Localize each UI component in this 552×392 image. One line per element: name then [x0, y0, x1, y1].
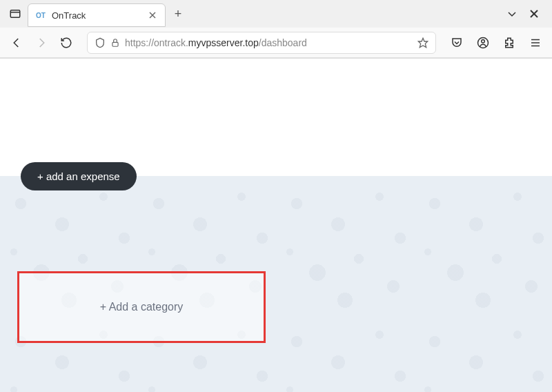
url-bar[interactable]: https://ontrack.myvpsserver.top/dashboar… [87, 32, 436, 54]
lock-icon [110, 37, 121, 48]
forward-button[interactable] [32, 33, 51, 52]
svg-marker-7 [418, 38, 427, 47]
tab-bar: OT OnTrack + [0, 0, 552, 28]
bookmark-star-icon[interactable] [417, 37, 428, 48]
tab-close-button[interactable] [147, 10, 158, 21]
add-expense-button[interactable]: + add an expense [21, 162, 137, 190]
menu-icon[interactable] [526, 33, 545, 52]
reload-button[interactable] [57, 33, 76, 52]
svg-rect-0 [10, 10, 20, 18]
window-close-button[interactable] [527, 7, 541, 21]
svg-point-9 [482, 39, 485, 43]
nav-bar: https://ontrack.myvpsserver.top/dashboar… [0, 28, 552, 58]
tab-favicon-icon: OT [35, 10, 46, 21]
page-content: + add an expense + Add a category [0, 59, 552, 392]
pocket-icon[interactable] [447, 33, 466, 52]
browser-chrome: OT OnTrack + [0, 0, 552, 59]
add-category-label: + Add a category [100, 301, 184, 313]
svg-rect-6 [112, 42, 118, 46]
hero-area [0, 59, 552, 176]
shield-icon [95, 37, 106, 48]
tabs-dropdown-button[interactable] [505, 7, 519, 21]
new-tab-button[interactable]: + [168, 4, 188, 23]
account-icon[interactable] [473, 33, 493, 52]
tab-title: OnTrack [52, 10, 141, 21]
add-category-card[interactable]: + Add a category [17, 271, 266, 343]
browser-tab[interactable]: OT OnTrack [28, 3, 166, 27]
url-text: https://ontrack.myvpsserver.top/dashboar… [125, 37, 413, 48]
back-button[interactable] [7, 33, 26, 52]
extensions-icon[interactable] [500, 33, 519, 52]
sidebar-toggle-button[interactable] [6, 4, 25, 23]
